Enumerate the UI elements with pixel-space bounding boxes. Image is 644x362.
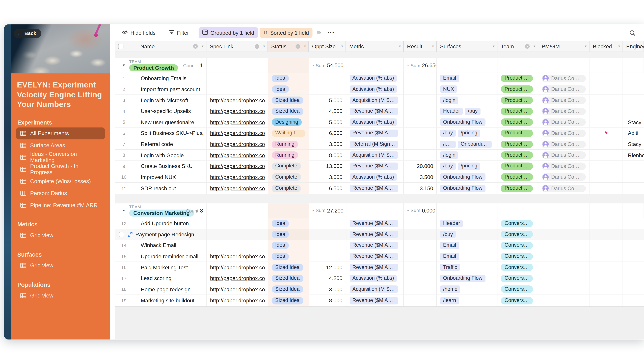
cell-name[interactable]: 8Login with Google [115,150,207,160]
sidebar-item-ideas-conversion-marketing[interactable]: Ideas - Conversion Marketing [16,151,105,163]
cell-result[interactable] [404,295,437,306]
spec-link[interactable]: http://paper.dropbox.com… [210,286,264,293]
cell-result[interactable] [404,117,437,128]
cell-team[interactable]: Conversion Marketing [498,251,538,262]
cell-name[interactable]: Payment page Redesign [115,229,207,240]
chevron-down-icon[interactable]: ▾ [341,44,343,48]
cell-result[interactable] [404,240,437,251]
cell-engineer[interactable]: Stacy [623,117,644,128]
cell-surfaces[interactable]: Onboarding Flow [437,172,498,183]
cell-engineer[interactable] [623,161,644,171]
sidebar-item-complete-wins-losses-[interactable]: Complete (Wins/Losses) [16,175,105,187]
cell-metric[interactable]: Referral (M Signups/y) [346,139,404,149]
cell-result[interactable]: 3.150 [404,183,437,194]
cell-status[interactable]: Waiting to Run [268,128,309,138]
cell-blocked[interactable]: ⚑ [590,128,623,138]
cell-result[interactable] [404,95,437,106]
cell-engineer[interactable] [623,284,644,295]
cell-surfaces[interactable]: Email [437,240,498,251]
cell-name[interactable]: 1Onboarding Emails [115,73,207,84]
cell-status[interactable]: Idea [268,73,309,84]
cell-spec-link[interactable]: http://paper.dropbox.com… [207,273,268,284]
cell-oppt-size[interactable] [309,218,346,229]
cell-metric[interactable] [346,203,404,218]
cell-oppt-size[interactable]: 12.000 [309,262,346,273]
cell-team[interactable]: Product Growth [498,117,538,128]
cell-team[interactable]: Conversion Marketing [498,262,538,273]
cell-status[interactable]: Sized Idea [268,295,309,306]
cell-blocked[interactable] [590,203,623,218]
cell-spec-link[interactable]: http://paper.dropbox.com… [207,117,268,128]
cell-blocked[interactable] [590,218,623,229]
cell-metric[interactable]: Revenue ($M ARR) [346,251,404,262]
cell-pm-gm[interactable] [538,229,590,240]
chevron-down-icon[interactable]: ▾ [493,44,494,48]
cell-metric[interactable]: Activation (% abs) [346,172,404,183]
cell-result[interactable]: ▾Sum26.650 [404,58,437,72]
cell-team[interactable]: Product Growth [498,95,538,106]
table-row[interactable]: 8Login with Googlehttp://paper.dropbox.c… [115,150,644,161]
cell-surfaces[interactable]: /buy [437,229,498,240]
table-row[interactable]: 11SDR reach outhttp://paper.dropbox.com…… [115,183,644,194]
group-button[interactable]: Grouped by 1 field [198,27,258,38]
cell-pm-gm[interactable] [538,284,590,295]
cell-engineer[interactable] [623,106,644,116]
cell-engineer[interactable] [623,95,644,106]
cell-spec-link[interactable]: http://paper.dropbox.com… [207,284,268,295]
cell-blocked[interactable] [590,73,623,84]
cell-spec-link[interactable]: http://paper.dropbox.com… [207,139,268,149]
cell-blocked[interactable] [590,161,623,171]
cell-engineer[interactable] [623,183,644,194]
table-row[interactable]: 9Create Business SKUhttp://paper.dropbox… [115,161,644,172]
summary-dropdown-icon[interactable]: ▾ [407,63,409,67]
summary-dropdown-icon[interactable]: ▾ [407,209,409,212]
cell-pm-gm[interactable] [538,240,590,251]
cell-metric[interactable]: Activation (% abs) [346,117,404,128]
cell-name[interactable]: ▼TEAMProduct GrowthCount11 [115,58,207,72]
cell-status[interactable]: Idea [268,251,309,262]
cell-metric[interactable]: Revenue ($M ARR) [346,161,404,171]
cell-blocked[interactable] [590,139,623,149]
cell-surfaces[interactable]: /home [437,284,498,295]
cell-surfaces[interactable]: /login [437,95,498,106]
cell-metric[interactable]: Revenue ($M ARR) [346,240,404,251]
cell-name[interactable]: 17Lead scoring [115,273,207,284]
cell-blocked[interactable] [590,58,623,72]
cell-surfaces[interactable]: /login [437,150,498,160]
table-row[interactable]: 7Referral codehttp://paper.dropbox.com…R… [115,139,644,150]
column-header-metric[interactable]: Metric▾ [346,41,404,52]
cell-result[interactable] [404,262,437,273]
sidebar-item-all-experiments[interactable]: All Experiments [16,127,105,139]
sidebar-item-grid-view[interactable]: Grid view [16,229,105,241]
cell-engineer[interactable]: Aditi [623,128,644,138]
cell-surfaces[interactable]: Onboarding Flow [437,273,498,284]
cell-name[interactable]: 11SDR reach out [115,183,207,194]
cell-team[interactable] [498,58,538,72]
cell-spec-link[interactable] [207,73,268,84]
cell-result[interactable] [404,139,437,149]
chevron-down-icon[interactable]: ▾ [585,44,587,48]
sidebar-item-person-darius[interactable]: Person: Darius [16,187,105,199]
cell-engineer[interactable] [623,240,644,251]
filter-button[interactable]: Filter [165,27,193,38]
cell-metric[interactable] [346,58,404,72]
summary-dropdown-icon[interactable]: ▾ [312,63,314,67]
row-checkbox[interactable] [119,232,124,237]
cell-surfaces[interactable]: Header/buy [437,106,498,116]
cell-oppt-size[interactable]: 6.000 [309,128,346,138]
cell-result[interactable] [404,218,437,229]
chevron-down-icon[interactable]: ▾ [639,44,641,48]
chevron-down-icon[interactable]: ▾ [618,44,620,48]
cell-status[interactable] [268,58,309,72]
chevron-down-icon[interactable]: ▾ [304,44,306,48]
table-row[interactable]: 19Marketing site buildouthttp://paper.dr… [115,295,644,306]
cell-blocked[interactable] [590,150,623,160]
cell-pm-gm[interactable]: Darius Contractor [538,106,590,116]
spec-link[interactable]: http://paper.dropbox.com… [210,141,264,147]
cell-pm-gm[interactable]: Darius Contractor [538,84,590,94]
sidebar-item-surface-areas[interactable]: Surface Areas [16,139,105,151]
cell-surfaces[interactable]: /inviteOnboarding Flow [437,139,498,149]
cell-team[interactable]: Product Growth [498,150,538,160]
cell-oppt-size[interactable]: 8.000 [309,150,346,160]
cell-status[interactable]: Idea [268,229,309,240]
